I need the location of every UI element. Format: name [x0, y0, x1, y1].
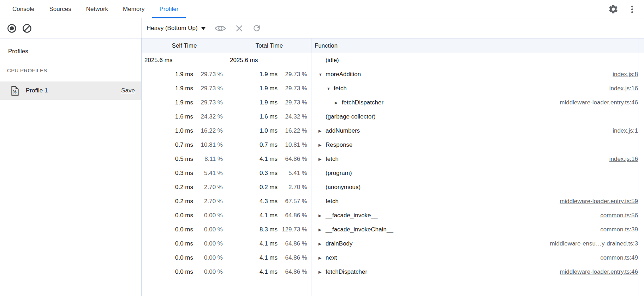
- view-mode-dropdown[interactable]: Heavy (Bottom Up): [147, 25, 205, 32]
- self-time-ms: 0.5 ms: [175, 156, 193, 163]
- table-row[interactable]: 0.2 ms 2.70 % 4.3 ms 67.57 % fetch middl…: [142, 194, 644, 208]
- source-location-link[interactable]: index.js:1: [613, 127, 638, 134]
- expand-arrow-icon[interactable]: ▶: [318, 213, 326, 218]
- function-name: moreAddition: [326, 71, 361, 78]
- devtools-tab-bar: Console Sources Network Memory Profiler: [0, 0, 644, 18]
- self-time-cell: 0.0 ms 0.00 %: [142, 268, 227, 275]
- settings-gear-icon[interactable]: [607, 4, 619, 15]
- source-location-link[interactable]: middleware-loader.entry.ts:46: [560, 99, 638, 106]
- total-time-percent: 10.81 %: [278, 141, 307, 148]
- table-row[interactable]: 1.6 ms 24.32 % 1.6 ms 24.32 % (garbage c…: [142, 110, 644, 124]
- table-row[interactable]: 2025.6 ms 2025.6 ms (idle): [142, 53, 644, 67]
- expand-arrow-icon[interactable]: ▶: [318, 157, 326, 162]
- function-name: Response: [326, 141, 353, 148]
- function-name: (garbage collector): [326, 113, 376, 120]
- record-icon[interactable]: [7, 24, 17, 33]
- function-cell: ▶ __facade_invoke__ common.ts:56: [311, 208, 644, 223]
- self-time-cell: 0.2 ms 2.70 %: [142, 198, 227, 205]
- source-location-link[interactable]: common.ts:56: [600, 212, 638, 219]
- source-location-link[interactable]: common.ts:49: [600, 254, 638, 261]
- source-location-link[interactable]: index.js:8: [613, 71, 638, 78]
- self-time-cell: 0.2 ms 2.70 %: [142, 184, 227, 191]
- self-time-percent: 29.73 %: [193, 71, 223, 78]
- total-time-ms: 4.1 ms: [260, 212, 278, 219]
- function-cell: ▶ fetch index.js:16: [311, 152, 644, 166]
- total-time-ms: 0.7 ms: [260, 141, 278, 148]
- profile-list-item[interactable]: % Profile 1 Save: [0, 81, 141, 100]
- expand-arrow-icon[interactable]: ▶: [335, 101, 342, 105]
- self-time-cell: 0.7 ms 10.81 %: [142, 141, 227, 148]
- column-header-total-time[interactable]: Total Time: [227, 38, 311, 53]
- total-time-ms: 1.9 ms: [260, 99, 278, 106]
- total-time-ms: 1.6 ms: [260, 113, 278, 120]
- self-time-ms: 0.7 ms: [175, 141, 193, 148]
- total-time-ms: 1.9 ms: [260, 71, 278, 78]
- tab-network[interactable]: Network: [79, 0, 115, 18]
- total-time-cell: 1.9 ms 29.73 %: [227, 85, 311, 92]
- expand-arrow-icon[interactable]: ▶: [318, 270, 326, 274]
- table-row[interactable]: 0.0 ms 0.00 % 4.1 ms 64.86 % ▶ drainBody…: [142, 237, 644, 251]
- table-row[interactable]: 1.9 ms 29.73 % 1.9 ms 29.73 % ▼ moreAddi…: [142, 67, 644, 81]
- source-location-link[interactable]: middleware-ensu…y-drained.ts:3: [550, 240, 638, 247]
- self-time-percent: 16.22 %: [193, 127, 223, 134]
- profile-document-icon: %: [11, 86, 19, 96]
- function-cell: ▼ moreAddition index.js:8: [311, 67, 644, 81]
- total-time-ms: 4.1 ms: [260, 240, 278, 247]
- self-time-percent: 0.00 %: [193, 212, 223, 219]
- source-location-link[interactable]: index.js:16: [609, 156, 638, 163]
- restore-refresh-icon[interactable]: [252, 24, 261, 33]
- function-cell: ▶ next common.ts:49: [311, 251, 644, 265]
- tab-profiler[interactable]: Profiler: [152, 0, 186, 18]
- expand-arrow-icon[interactable]: ▼: [318, 72, 326, 77]
- table-row[interactable]: 1.0 ms 16.22 % 1.0 ms 16.22 % ▶ addNumbe…: [142, 124, 644, 138]
- expand-arrow-icon[interactable]: ▶: [318, 129, 326, 133]
- total-time-percent: 67.57 %: [278, 198, 307, 205]
- table-row[interactable]: 1.9 ms 29.73 % 1.9 ms 29.73 % ▶ fetchDis…: [142, 96, 644, 110]
- total-time-ms: 1.9 ms: [260, 85, 278, 92]
- self-time-ms: 1.9 ms: [175, 71, 193, 78]
- source-location-link[interactable]: index.js:16: [609, 85, 638, 92]
- self-time-ms: 0.3 ms: [175, 170, 193, 177]
- table-row[interactable]: 0.0 ms 0.00 % 4.1 ms 64.86 % ▶ fetchDisp…: [142, 265, 644, 279]
- table-row[interactable]: 0.3 ms 5.41 % 0.3 ms 5.41 % (program): [142, 166, 644, 180]
- tab-sources[interactable]: Sources: [42, 0, 78, 18]
- table-row[interactable]: 0.0 ms 0.00 % 8.3 ms 129.73 % ▶ __facade…: [142, 223, 644, 237]
- self-time-ms: 1.0 ms: [175, 127, 193, 134]
- table-row[interactable]: 0.0 ms 0.00 % 4.1 ms 64.86 % ▶ next comm…: [142, 251, 644, 265]
- save-profile-link[interactable]: Save: [121, 87, 135, 94]
- total-time-cell: 4.1 ms 64.86 %: [227, 212, 311, 219]
- function-name: next: [326, 254, 337, 261]
- source-location-link[interactable]: middleware-loader.entry.ts:59: [560, 198, 638, 205]
- more-vertical-dots-icon[interactable]: [629, 4, 635, 14]
- self-time-percent: 5.41 %: [193, 170, 223, 177]
- total-time-percent: 64.86 %: [278, 240, 307, 247]
- table-row[interactable]: 0.7 ms 10.81 % 0.7 ms 10.81 % ▶ Response: [142, 138, 644, 152]
- column-header-function[interactable]: Function: [311, 38, 644, 53]
- table-row[interactable]: 0.5 ms 8.11 % 4.1 ms 64.86 % ▶ fetch ind…: [142, 152, 644, 166]
- table-row[interactable]: 1.9 ms 29.73 % 1.9 ms 29.73 % ▼ fetch in…: [142, 81, 644, 96]
- grid-header-row: Self Time Total Time Function: [142, 38, 644, 53]
- source-location-link[interactable]: middleware-loader.entry.ts:46: [560, 268, 638, 275]
- function-cell: ▶ fetchDispatcher middleware-loader.entr…: [311, 96, 644, 110]
- table-row[interactable]: 0.2 ms 2.70 % 0.2 ms 2.70 % (anonymous): [142, 180, 644, 194]
- profiler-data-grid: Self Time Total Time Function 2025.6 ms …: [142, 38, 644, 296]
- expand-arrow-icon[interactable]: ▼: [327, 86, 334, 91]
- exclude-x-icon[interactable]: [235, 24, 243, 32]
- focus-eye-icon[interactable]: [214, 24, 226, 33]
- table-row[interactable]: 0.0 ms 0.00 % 4.1 ms 64.86 % ▶ __facade_…: [142, 208, 644, 223]
- tab-console[interactable]: Console: [5, 0, 42, 18]
- expand-arrow-icon[interactable]: ▶: [318, 242, 326, 246]
- total-time-cell: 1.0 ms 16.22 %: [227, 127, 311, 134]
- tab-memory[interactable]: Memory: [115, 0, 152, 18]
- expand-arrow-icon[interactable]: ▶: [318, 143, 326, 147]
- expand-arrow-icon[interactable]: ▶: [318, 228, 326, 232]
- expand-arrow-icon[interactable]: ▶: [318, 256, 326, 260]
- total-time-cell: 4.1 ms 64.86 %: [227, 254, 311, 261]
- total-time-ms: 1.0 ms: [260, 127, 278, 134]
- self-time-ms: 1.6 ms: [175, 113, 193, 120]
- source-location-link[interactable]: common.ts:39: [600, 226, 638, 233]
- self-time-percent: 2.70 %: [193, 184, 223, 191]
- function-name: (idle): [326, 57, 339, 64]
- clear-icon[interactable]: [22, 24, 32, 33]
- column-header-self-time[interactable]: Self Time: [142, 38, 227, 53]
